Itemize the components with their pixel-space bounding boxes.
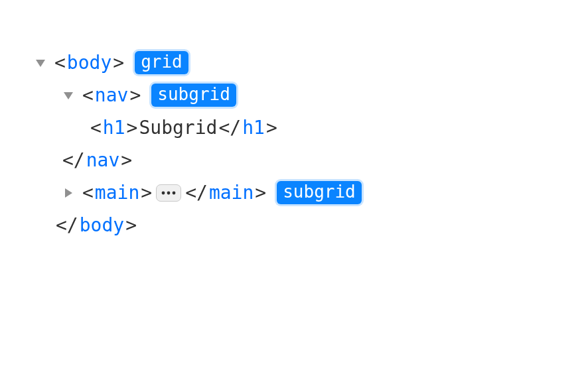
tree-row-h1[interactable]: <h1>Subgrid</h1> <box>33 111 588 144</box>
angle-close: > <box>113 46 124 79</box>
tree-row-body-close[interactable]: </body> <box>33 209 588 241</box>
svg-marker-1 <box>64 92 73 99</box>
tag-h1-close: h1 <box>242 111 265 144</box>
svg-point-5 <box>173 191 176 194</box>
h1-text: Subgrid <box>139 111 217 144</box>
svg-point-3 <box>162 191 165 194</box>
angle-close-open: </ <box>62 144 85 176</box>
chevron-down-icon[interactable] <box>33 59 48 67</box>
angle-close: > <box>125 209 137 241</box>
angle-close: > <box>266 111 277 144</box>
layout-badge-grid[interactable]: grid <box>135 51 188 74</box>
angle-close-open: </ <box>218 111 241 144</box>
layout-badge-subgrid[interactable]: subgrid <box>277 181 362 204</box>
ellipsis-icon[interactable] <box>156 184 181 202</box>
angle-close-open: </ <box>56 209 78 241</box>
angle-close: > <box>141 176 152 209</box>
angle-close-open: </ <box>185 176 208 209</box>
tree-row-main[interactable]: <main> </main> subgrid <box>33 176 588 209</box>
chevron-right-icon[interactable] <box>61 188 76 198</box>
angle-close: > <box>129 79 141 111</box>
angle-open: < <box>90 111 102 144</box>
angle-open: < <box>82 176 94 209</box>
tag-body-close: body <box>80 209 124 241</box>
chevron-down-icon[interactable] <box>61 92 76 99</box>
tag-h1-open: h1 <box>103 111 125 144</box>
svg-point-4 <box>167 191 171 194</box>
tag-main-close: main <box>209 176 254 209</box>
angle-close: > <box>127 111 138 144</box>
tag-body-open: body <box>67 46 111 79</box>
layout-badge-subgrid[interactable]: subgrid <box>151 84 236 106</box>
angle-open: < <box>54 46 66 79</box>
tag-main-open: main <box>95 176 139 209</box>
tree-row-nav-close[interactable]: </nav> <box>33 144 588 176</box>
angle-open: < <box>82 79 94 111</box>
svg-marker-0 <box>36 60 45 67</box>
tag-nav-close: nav <box>86 144 120 176</box>
tag-nav-open: nav <box>95 79 129 111</box>
tree-row-nav-open[interactable]: <nav> subgrid <box>33 79 588 111</box>
angle-close: > <box>255 176 266 209</box>
svg-marker-2 <box>65 188 72 198</box>
angle-close: > <box>121 144 132 176</box>
tree-row-body-open[interactable]: <body> grid <box>33 46 588 79</box>
